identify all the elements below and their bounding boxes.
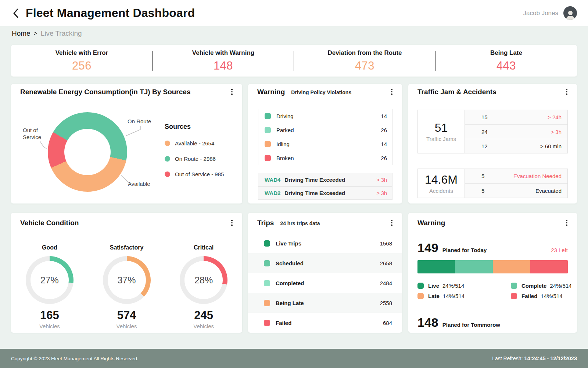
kebab-menu-icon[interactable] <box>228 219 236 227</box>
gauge-label: Satisfactory <box>88 244 165 251</box>
gauge-label: Critical <box>165 244 242 251</box>
traffic-row[interactable]: 24 > 3h <box>465 124 567 139</box>
last-refresh-value: 14:24:45 - 12/12/2023 <box>524 355 577 361</box>
accidents-label: Accidents <box>429 188 453 194</box>
alert-code: WAD4 <box>265 177 280 183</box>
legend-chip <box>417 283 424 289</box>
breadcrumb-home-link[interactable]: Home <box>12 29 31 38</box>
alert-value: > 3h <box>376 177 387 183</box>
card-title: Renewable Energy Consumption(in TJ) By S… <box>20 88 190 96</box>
traffic-jams-table: 51 Traffic Jams 15 > 24h 24 > 3h 12 > 60… <box>417 110 568 153</box>
status-chip <box>265 141 271 147</box>
row-label: Evacuation Needed <box>513 173 562 179</box>
legend-label: On Route - 2986 <box>175 156 216 162</box>
kebab-menu-icon[interactable] <box>388 88 395 96</box>
kebab-menu-icon[interactable] <box>563 88 570 96</box>
row-label: Broken <box>276 155 294 161</box>
legend-name: Complete <box>521 283 546 289</box>
breadcrumb: Home > Live Tracking <box>0 26 588 41</box>
page-title: Fleet Management Dashboard <box>26 6 195 20</box>
stat-being-late: Being Late 443 <box>435 45 577 77</box>
card-warning-planned: Warning 149 Planed for Today 23 Left Liv… <box>408 213 577 333</box>
policy-alerts: WAD4 Driving Time Exceeded > 3h WAD2 Dri… <box>258 173 392 200</box>
legend-dot-on-route <box>165 156 170 162</box>
status-chip <box>264 280 270 286</box>
traffic-row[interactable]: 15 > 24h <box>465 110 567 124</box>
legend-chip <box>511 293 517 299</box>
row-label: Evacuated <box>535 188 562 194</box>
alert-row-wad2[interactable]: WAD2 Driving Time Exceeded > 3h <box>258 186 392 200</box>
trip-row-live[interactable]: Live Trips 1568 <box>248 233 402 253</box>
trip-row-failed[interactable]: Failed 684 <box>248 313 402 333</box>
trip-row-completed[interactable]: Completed 2484 <box>248 273 402 293</box>
planned-tomorrow-label: Planed for Tommorow <box>442 322 500 328</box>
app-header: Fleet Management Dashboard Jacob Jones <box>0 0 588 26</box>
planned-tomorrow-count: 148 <box>417 315 438 330</box>
gauge-count: 574 <box>88 309 165 322</box>
row-value: 26 <box>381 127 387 133</box>
stat-route-deviation: Deviation from the Route 473 <box>294 45 435 77</box>
stat-value: 148 <box>214 59 233 72</box>
back-button[interactable] <box>11 8 21 18</box>
user-name: Jacob Jones <box>523 10 558 17</box>
accidents-table: 14.6M Accidents 5 Evacuation Needed 5 Ev… <box>417 169 568 198</box>
stat-label: Being Late <box>490 49 522 57</box>
last-refresh-label: Last Refresh: <box>492 355 523 361</box>
legend-item-complete: Complete 24%/514 <box>511 283 572 289</box>
row-label: Scheduled <box>276 260 304 266</box>
traffic-row[interactable]: 12 > 60 min <box>465 139 567 153</box>
alert-row-wad4[interactable]: WAD4 Driving Time Exceeded > 3h <box>258 173 392 187</box>
legend-item-live: Live 24%/514 <box>417 283 511 289</box>
donut-label-available: Available <box>128 180 150 187</box>
card-traffic-accidents: Traffic Jam & Accidents 51 Traffic Jams … <box>408 84 577 204</box>
planned-left-badge: 23 Left <box>551 247 568 253</box>
gauge-unit: Vehicles <box>11 323 88 329</box>
gauge-critical: Critical 28% 245 Vehicles <box>165 244 242 329</box>
policy-row-parked[interactable]: Parked 26 <box>258 123 392 137</box>
accident-row[interactable]: 5 Evacuated <box>465 183 567 198</box>
avatar[interactable] <box>563 6 577 20</box>
legend-chip <box>511 283 517 289</box>
legend-label: Out of Service - 985 <box>175 171 224 177</box>
policy-row-broken[interactable]: Broken 26 <box>258 151 392 165</box>
gauge-count: 165 <box>11 309 88 322</box>
traffic-jams-label: Traffic Jams <box>426 136 456 142</box>
legend-value: 14%/514 <box>443 293 465 299</box>
trip-row-being-late[interactable]: Being Late 2558 <box>248 293 402 313</box>
gauge-unit: Vehicles <box>88 323 165 329</box>
trip-row-scheduled[interactable]: Scheduled 2658 <box>248 253 402 273</box>
stat-value: 473 <box>355 59 374 72</box>
legend-item: Out of Service - 985 <box>165 171 224 177</box>
kebab-menu-icon[interactable] <box>388 219 395 227</box>
row-label: Idling <box>276 141 290 147</box>
gauge-satisfactory: Satisfactory 37% 574 Vehicles <box>88 244 165 329</box>
card-vehicle-condition: Vehicle Condition Good 27% 165 Vehicles … <box>11 213 242 333</box>
planned-bar-segment-complete <box>455 260 492 273</box>
chevron-left-icon <box>13 8 19 18</box>
stat-vehicle-warning: Vehicle with Warning 148 <box>153 45 294 77</box>
legend-value: 24%/514 <box>442 283 464 289</box>
legend-item: Available - 2654 <box>165 140 224 146</box>
gauge-label: Good <box>11 244 88 251</box>
traffic-jams-count: 51 <box>435 121 448 135</box>
row-label: Parked <box>276 127 294 133</box>
gauge-count: 245 <box>165 309 242 322</box>
row-label: Being Late <box>276 300 304 306</box>
planned-today-count: 149 <box>417 241 438 255</box>
planned-today-label: Planed for Today <box>442 247 487 253</box>
traffic-jams-summary: 51 Traffic Jams <box>418 110 465 153</box>
breadcrumb-separator: > <box>34 30 37 37</box>
legend-dot-available <box>165 141 170 146</box>
row-value: 14 <box>381 141 387 147</box>
trips-list: Live Trips 1568 Scheduled 2658 Completed… <box>248 233 402 333</box>
policy-row-driving[interactable]: Driving 14 <box>258 109 392 123</box>
accident-row[interactable]: 5 Evacuation Needed <box>465 169 567 183</box>
kebab-menu-icon[interactable] <box>228 88 236 96</box>
gauge-unit: Vehicles <box>165 323 242 329</box>
row-label: Failed <box>276 320 291 326</box>
planned-legend: Live 24%/514 Complete 24%/514 Late 14%/5… <box>417 283 568 299</box>
kebab-menu-icon[interactable] <box>563 219 570 227</box>
donut-chart[interactable] <box>48 112 127 192</box>
legend-item: On Route - 2986 <box>165 156 224 162</box>
policy-row-idling[interactable]: Idling 14 <box>258 137 392 151</box>
